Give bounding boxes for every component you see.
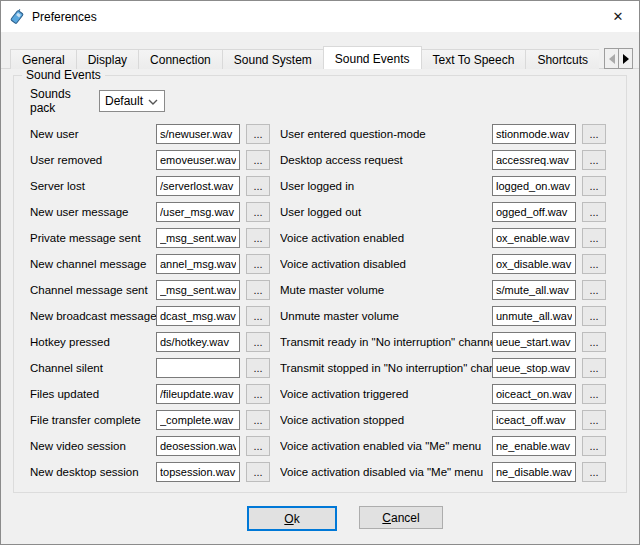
browse-button-left[interactable]: ... — [246, 384, 270, 404]
sound-file-input-right[interactable] — [492, 436, 576, 456]
sound-event-row: File transfer complete ... Voice activat… — [30, 407, 626, 433]
event-label-left: Channel message sent — [30, 284, 156, 296]
tab-scroll-left-button[interactable] — [604, 48, 619, 69]
sound-file-input-left[interactable] — [156, 124, 240, 144]
sound-file-input-left[interactable] — [156, 358, 240, 378]
sound-file-input-left[interactable] — [156, 176, 240, 196]
browse-button-right[interactable]: ... — [582, 436, 606, 456]
sound-file-input-right[interactable] — [492, 462, 576, 482]
sound-file-input-right[interactable] — [492, 280, 576, 300]
browse-button-right[interactable]: ... — [582, 410, 606, 430]
sound-event-row: New user message ... User logged out ... — [30, 199, 626, 225]
browse-button-right[interactable]: ... — [582, 332, 606, 352]
browse-button-left[interactable]: ... — [246, 436, 270, 456]
event-label-left: New video session — [30, 440, 156, 452]
scroll-right-icon — [623, 54, 629, 64]
browse-button-left[interactable]: ... — [246, 306, 270, 326]
sound-file-input-right[interactable] — [492, 202, 576, 222]
event-label-right: Mute master volume — [280, 284, 492, 296]
sound-file-input-right[interactable] — [492, 358, 576, 378]
browse-button-right[interactable]: ... — [582, 150, 606, 170]
sound-file-input-right[interactable] — [492, 306, 576, 326]
sound-file-input-left[interactable] — [156, 150, 240, 170]
tab-strip: General Display Connection Sound System … — [10, 46, 599, 69]
browse-button-left[interactable]: ... — [246, 202, 270, 222]
browse-button-right[interactable]: ... — [582, 202, 606, 222]
tab-connection[interactable]: Connection — [138, 49, 223, 69]
sounds-pack-label: Sounds pack — [30, 87, 99, 115]
event-label-right: User entered question-mode — [280, 128, 492, 140]
tab-scroll-right-button[interactable] — [618, 48, 633, 69]
sound-event-row: New user ... User entered question-mode … — [30, 121, 626, 147]
sound-event-row: Files updated ... Voice activation trigg… — [30, 381, 626, 407]
tab-sound-system[interactable]: Sound System — [222, 49, 324, 69]
sound-event-row: New channel message ... Voice activation… — [30, 251, 626, 277]
sound-file-input-left[interactable] — [156, 410, 240, 430]
event-label-right: Voice activation triggered — [280, 388, 492, 400]
browse-button-left[interactable]: ... — [246, 358, 270, 378]
event-label-left: New broadcast message — [30, 310, 156, 322]
browse-button-right[interactable]: ... — [582, 358, 606, 378]
sound-file-input-right[interactable] — [492, 254, 576, 274]
tab-shortcuts[interactable]: Shortcuts — [525, 49, 599, 69]
close-icon[interactable]: ✕ — [605, 6, 631, 26]
browse-button-left[interactable]: ... — [246, 228, 270, 248]
event-label-right: Unmute master volume — [280, 310, 492, 322]
browse-button-right[interactable]: ... — [582, 306, 606, 326]
event-label-left: Private message sent — [30, 232, 156, 244]
sound-file-input-left[interactable] — [156, 332, 240, 352]
event-label-right: Voice activation disabled via "Me" menu — [280, 466, 492, 478]
event-label-left: New desktop session — [30, 466, 156, 478]
tab-text-to-speech[interactable]: Text To Speech — [421, 49, 527, 69]
browse-button-right[interactable]: ... — [582, 384, 606, 404]
group-title: Sound Events — [22, 68, 105, 82]
sound-file-input-left[interactable] — [156, 228, 240, 248]
ok-button[interactable]: Ok — [247, 506, 337, 531]
browse-button-left[interactable]: ... — [246, 124, 270, 144]
browse-button-left[interactable]: ... — [246, 150, 270, 170]
browse-button-right[interactable]: ... — [582, 280, 606, 300]
browse-button-right[interactable]: ... — [582, 254, 606, 274]
browse-button-right[interactable]: ... — [582, 176, 606, 196]
tab-pane: Sound Events Sounds pack Default New use… — [1, 69, 639, 531]
tab-sound-events[interactable]: Sound Events — [323, 46, 422, 69]
browse-button-left[interactable]: ... — [246, 254, 270, 274]
sounds-pack-select[interactable]: Default — [99, 90, 165, 112]
tab-scroll-buttons — [605, 48, 633, 69]
event-label-left: New user message — [30, 206, 156, 218]
cancel-button-label: Cancel — [382, 511, 419, 525]
browse-button-right[interactable]: ... — [582, 124, 606, 144]
event-label-right: Voice activation stopped — [280, 414, 492, 426]
event-label-left: Server lost — [30, 180, 156, 192]
tab-display[interactable]: Display — [76, 49, 139, 69]
sound-file-input-right[interactable] — [492, 150, 576, 170]
browse-button-left[interactable]: ... — [246, 410, 270, 430]
sound-file-input-left[interactable] — [156, 254, 240, 274]
browse-button-left[interactable]: ... — [246, 332, 270, 352]
sound-file-input-right[interactable] — [492, 384, 576, 404]
sound-file-input-left[interactable] — [156, 202, 240, 222]
browse-button-right[interactable]: ... — [582, 228, 606, 248]
scroll-left-icon — [609, 54, 615, 64]
browse-button-left[interactable]: ... — [246, 280, 270, 300]
event-label-left: New channel message — [30, 258, 156, 270]
sound-file-input-right[interactable] — [492, 332, 576, 352]
sound-file-input-left[interactable] — [156, 384, 240, 404]
sound-file-input-right[interactable] — [492, 176, 576, 196]
browse-button-left[interactable]: ... — [246, 176, 270, 196]
sound-file-input-left[interactable] — [156, 306, 240, 326]
sound-file-input-right[interactable] — [492, 228, 576, 248]
browse-button-left[interactable]: ... — [246, 462, 270, 482]
sound-file-input-left[interactable] — [156, 462, 240, 482]
sound-file-input-right[interactable] — [492, 410, 576, 430]
cancel-button[interactable]: Cancel — [359, 506, 443, 529]
sound-file-input-left[interactable] — [156, 280, 240, 300]
event-label-left: User removed — [30, 154, 156, 166]
browse-button-right[interactable]: ... — [582, 462, 606, 482]
dialog-footer: Ok Cancel — [26, 493, 640, 531]
tab-general[interactable]: General — [10, 49, 77, 69]
event-label-right: Transmit stopped in "No interruption" ch… — [280, 362, 492, 374]
sound-file-input-right[interactable] — [492, 124, 576, 144]
sound-event-row: User removed ... Desktop access request … — [30, 147, 626, 173]
sound-file-input-left[interactable] — [156, 436, 240, 456]
